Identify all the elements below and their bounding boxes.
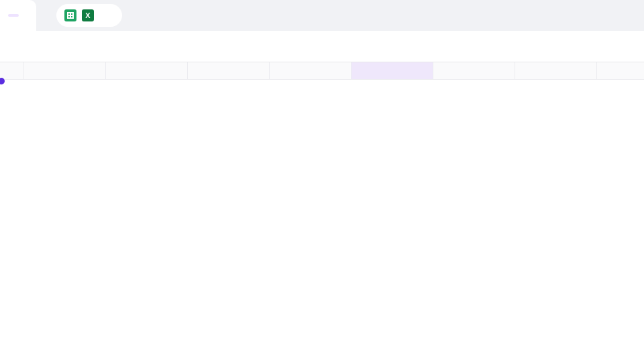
col-header-f[interactable] bbox=[433, 62, 515, 80]
col-header-c[interactable] bbox=[188, 62, 270, 80]
excel-icon[interactable] bbox=[82, 9, 94, 21]
col-header-b[interactable] bbox=[106, 62, 188, 80]
spreadsheet[interactable] bbox=[0, 62, 644, 80]
col-header-d[interactable] bbox=[270, 62, 352, 80]
col-header-a[interactable] bbox=[24, 62, 106, 80]
add-tab-button[interactable] bbox=[102, 9, 114, 21]
col-header-h[interactable] bbox=[597, 62, 644, 80]
col-header-e[interactable] bbox=[352, 62, 433, 80]
tab-tools bbox=[56, 4, 122, 27]
column-headers bbox=[0, 62, 644, 80]
toolbar-space bbox=[0, 31, 644, 62]
cell-selection bbox=[0, 80, 3, 82]
sheet-tab[interactable] bbox=[0, 0, 36, 31]
header-bar bbox=[0, 0, 644, 31]
select-all-corner[interactable] bbox=[0, 62, 24, 80]
col-header-g[interactable] bbox=[515, 62, 597, 80]
beta-badge bbox=[8, 14, 19, 17]
google-sheets-icon[interactable] bbox=[64, 9, 76, 21]
